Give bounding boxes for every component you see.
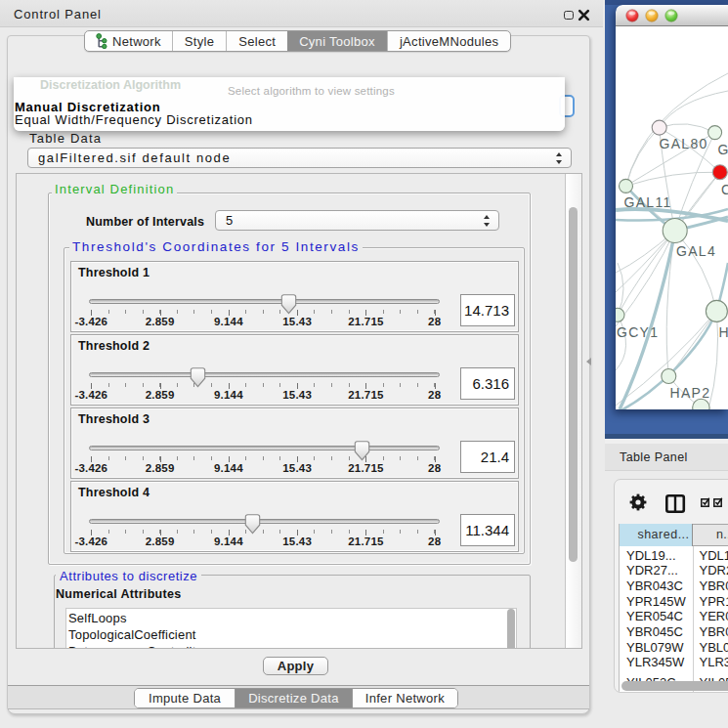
svg-text:C...: C... — [721, 182, 728, 197]
svg-text:GAL11: GAL11 — [624, 194, 672, 210]
svg-text:GAL4: GAL4 — [676, 243, 716, 259]
svg-text:GAL80: GAL80 — [660, 136, 708, 151]
svg-text:G...: G... — [718, 142, 728, 157]
svg-text:GCY1: GCY1 — [617, 324, 659, 340]
svg-text:HAP2: HAP2 — [670, 385, 711, 401]
svg-text:H...: H... — [719, 324, 728, 340]
